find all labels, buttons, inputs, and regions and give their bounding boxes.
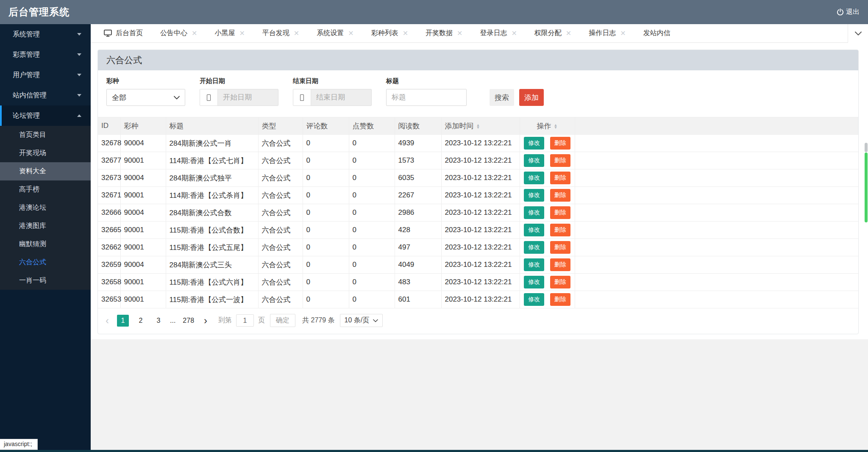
- col-header-time[interactable]: 添加时间▲▼: [441, 117, 520, 135]
- tab-home[interactable]: 后台首页: [104, 29, 143, 38]
- edit-button[interactable]: 修改: [524, 137, 544, 150]
- delete-button[interactable]: 删除: [550, 276, 570, 288]
- tab-operation-log[interactable]: 操作日志✕: [589, 29, 626, 38]
- delete-button[interactable]: 删除: [550, 293, 570, 306]
- lottery-select[interactable]: 全部: [106, 89, 185, 106]
- close-icon[interactable]: ✕: [348, 29, 353, 37]
- edit-button[interactable]: 修改: [524, 241, 544, 254]
- delete-button[interactable]: 删除: [550, 241, 570, 254]
- sidebar-item-label: 彩票管理: [13, 50, 40, 59]
- cell-likes: 0: [349, 274, 395, 291]
- submenu-item-materials[interactable]: 资料大全: [0, 162, 91, 180]
- submenu-item-home-category[interactable]: 首页类目: [0, 126, 91, 144]
- edit-button[interactable]: 修改: [524, 154, 544, 167]
- sidebar-item-system[interactable]: 系统管理: [0, 24, 91, 44]
- tab-send-message[interactable]: 发站内信: [643, 29, 670, 38]
- sidebar-item-users[interactable]: 用户管理: [0, 65, 91, 85]
- edit-button[interactable]: 修改: [524, 258, 544, 271]
- cell-time: 2023-10-12 13:22:21: [441, 274, 520, 291]
- submenu-item-hk-forum[interactable]: 港澳论坛: [0, 199, 91, 217]
- cell-likes: 0: [349, 291, 395, 308]
- page-button-1[interactable]: 1: [117, 315, 129, 327]
- submenu-item-hk-gallery[interactable]: 港澳图库: [0, 217, 91, 235]
- page-size-select[interactable]: 10 条/页: [340, 314, 383, 327]
- tab-login-log[interactable]: 登录日志✕: [480, 29, 517, 38]
- cell-actions: 修改 删除: [520, 187, 575, 204]
- cell-comments: 0: [303, 239, 349, 256]
- close-icon[interactable]: ✕: [566, 29, 571, 37]
- cell-type: 六合公式: [258, 222, 303, 239]
- scrollbar-cap[interactable]: [865, 143, 868, 152]
- next-page-button[interactable]: ›: [204, 316, 207, 326]
- logout-button[interactable]: 退出: [836, 8, 860, 17]
- tab-system-settings[interactable]: 系统设置✕: [317, 29, 353, 38]
- add-button[interactable]: 添加: [519, 89, 544, 106]
- logout-label: 退出: [846, 8, 860, 17]
- delete-button[interactable]: 删除: [550, 189, 570, 202]
- calendar-icon: [200, 89, 218, 105]
- cell-reads: 6035: [395, 169, 441, 187]
- edit-button[interactable]: 修改: [524, 224, 544, 236]
- sort-icon[interactable]: ▲▼: [476, 124, 480, 129]
- delete-button[interactable]: 删除: [550, 206, 570, 219]
- close-icon[interactable]: ✕: [239, 29, 245, 37]
- delete-button[interactable]: 删除: [550, 172, 570, 184]
- cell-title: 284期新澳公式三头: [166, 256, 258, 274]
- col-header-comments: 评论数: [303, 117, 349, 135]
- edit-button[interactable]: 修改: [524, 276, 544, 288]
- start-date-input[interactable]: [218, 89, 278, 105]
- cell-id: 32665: [98, 222, 120, 239]
- close-icon[interactable]: ✕: [511, 29, 517, 37]
- col-header-actions[interactable]: 操作▲▼: [520, 117, 575, 135]
- search-button[interactable]: 搜索: [490, 89, 514, 106]
- delete-button[interactable]: 删除: [550, 224, 570, 236]
- page-button-3[interactable]: 3: [153, 315, 164, 327]
- table-row: 32678 90004 284期新澳公式一肖 六合公式 0 0 4939 202…: [98, 135, 858, 152]
- edit-button[interactable]: 修改: [524, 206, 544, 219]
- tab-bar: 后台首页 公告中心✕ 小黑屋✕ 平台发现✕ 系统设置✕ 彩种列表✕ 开奖数据✕ …: [91, 24, 868, 43]
- close-icon[interactable]: ✕: [294, 29, 299, 37]
- delete-button[interactable]: 删除: [550, 154, 570, 167]
- close-icon[interactable]: ✕: [620, 29, 626, 37]
- page-button-last[interactable]: 278: [181, 315, 196, 327]
- delete-button[interactable]: 删除: [550, 137, 570, 150]
- tab-blackroom[interactable]: 小黑屋✕: [214, 29, 245, 38]
- sort-icon[interactable]: ▲▼: [554, 124, 558, 129]
- cell-reads: 2267: [395, 187, 441, 204]
- sidebar-item-forum[interactable]: 论坛管理: [0, 105, 91, 126]
- edit-button[interactable]: 修改: [524, 189, 544, 202]
- sidebar-item-messages[interactable]: 站内信管理: [0, 85, 91, 105]
- prev-page-button[interactable]: ‹: [106, 316, 109, 326]
- submenu-item-draw-live[interactable]: 开奖现场: [0, 144, 91, 162]
- tab-lottery-list[interactable]: 彩种列表✕: [371, 29, 408, 38]
- tab-draw-data[interactable]: 开奖数据✕: [426, 29, 462, 38]
- goto-page-input[interactable]: [236, 314, 254, 327]
- tab-announcements[interactable]: 公告中心✕: [160, 29, 197, 38]
- filter-start-date: 开始日期: [200, 77, 278, 106]
- close-icon[interactable]: ✕: [403, 29, 408, 37]
- tab-platform-discover[interactable]: 平台发现✕: [262, 29, 299, 38]
- tab-permissions[interactable]: 权限分配✕: [534, 29, 571, 38]
- title-input[interactable]: [386, 89, 467, 106]
- close-icon[interactable]: ✕: [192, 29, 197, 37]
- forum-submenu: 首页类目 开奖现场 资料大全 高手榜 港澳论坛 港澳图库 幽默猜测 六合公式 一…: [0, 126, 91, 290]
- sidebar-item-lottery[interactable]: 彩票管理: [0, 44, 91, 65]
- end-date-field[interactable]: [293, 89, 372, 106]
- goto-confirm-button[interactable]: 确定: [270, 314, 295, 327]
- end-date-input[interactable]: [311, 89, 371, 105]
- start-date-field[interactable]: [200, 89, 278, 106]
- submenu-item-experts[interactable]: 高手榜: [0, 180, 91, 199]
- edit-button[interactable]: 修改: [524, 293, 544, 306]
- submenu-item-yixiao-yima[interactable]: 一肖一码: [0, 272, 91, 290]
- scrollbar-thumb[interactable]: [865, 153, 868, 222]
- page-button-2[interactable]: 2: [135, 315, 147, 327]
- tab-overflow-dropdown[interactable]: [848, 24, 868, 43]
- cell-comments: 0: [303, 291, 349, 308]
- table-row: 32653 90001 115期:香港【公式一波】 六合公式 0 0 601 2…: [98, 291, 858, 308]
- edit-button[interactable]: 修改: [524, 172, 544, 184]
- close-icon[interactable]: ✕: [457, 29, 462, 37]
- delete-button[interactable]: 删除: [550, 258, 570, 271]
- submenu-item-humor-guess[interactable]: 幽默猜测: [0, 235, 91, 253]
- col-header-reads: 阅读数: [395, 117, 441, 135]
- submenu-item-liuhe-formula[interactable]: 六合公式: [0, 253, 91, 272]
